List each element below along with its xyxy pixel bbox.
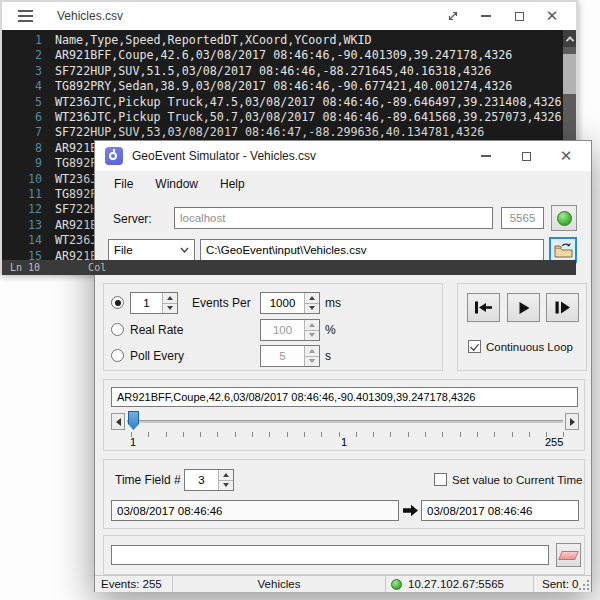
resize-grip[interactable]: [579, 580, 589, 590]
step-forward-button[interactable]: [546, 293, 579, 322]
spinner-up-icon: [305, 346, 319, 356]
current-event-group: AR921BFF,Coupe,42.6,03/08/2017 08:46:46,…: [103, 379, 585, 451]
continuous-loop-checkbox-row[interactable]: Continuous Loop: [468, 340, 573, 353]
spinner-down-icon[interactable]: [219, 480, 233, 491]
poll-every-label: Poll Every: [130, 349, 184, 363]
time-field-group: Time Field # 3 Set value to Current Time…: [103, 459, 585, 529]
close-icon[interactable]: ✕: [557, 147, 575, 165]
menu-window[interactable]: Window: [144, 173, 209, 195]
line-number: 7: [2, 125, 42, 140]
events-per-label: Events Per: [192, 296, 251, 310]
editor-titlebar: Vehicles.csv ✕: [2, 2, 576, 30]
spinner-buttons: [162, 293, 177, 313]
line-text: SF722HUP,SUV,53,03/08/2017 08:46:47,-88.…: [55, 125, 484, 140]
time-field-spinner[interactable]: 3: [184, 469, 234, 491]
arrow-right-icon: [570, 418, 575, 426]
csv-line: 4TG892PRY,Sedan,38.9,03/08/2017 08:46:46…: [2, 79, 576, 94]
slider-ticks: [131, 432, 564, 437]
event-slider-track[interactable]: [127, 420, 563, 423]
arrow-right-icon: [403, 504, 418, 517]
clear-button[interactable]: [556, 543, 581, 567]
spinner-down-icon[interactable]: [163, 303, 177, 314]
line-number: 14: [2, 233, 42, 248]
set-current-time-checkbox[interactable]: [434, 473, 447, 486]
spinner-down-icon: [305, 356, 319, 367]
minimize-icon[interactable]: [477, 147, 495, 165]
real-rate-label: Real Rate: [130, 323, 183, 337]
menubar: File Window Help: [95, 171, 591, 197]
spinner-buttons: [304, 293, 319, 313]
playback-group: Continuous Loop: [457, 283, 587, 371]
events-per-radio[interactable]: [111, 296, 124, 309]
scrollbar-thumb[interactable]: [563, 54, 576, 94]
spinner-up-icon[interactable]: [219, 470, 233, 480]
file-path-input[interactable]: C:\GeoEvent\input\Vehicles.csv: [200, 239, 544, 261]
connect-button[interactable]: [551, 205, 577, 231]
status-green-icon: [391, 579, 402, 590]
geoevent-app-icon: [105, 147, 123, 165]
play-button[interactable]: [507, 293, 540, 322]
line-number: 3: [2, 64, 42, 79]
event-slider-thumb[interactable]: [128, 411, 139, 430]
chevron-down-icon: [180, 247, 189, 253]
maximize-icon[interactable]: [517, 147, 535, 165]
sent-count-status: Sent: 0: [534, 576, 578, 592]
seconds-unit-label: s: [325, 349, 331, 363]
maximize-icon[interactable]: [509, 6, 529, 26]
source-type-value: File: [114, 244, 133, 256]
connection-green-icon: [557, 211, 572, 226]
expand-icon[interactable]: [443, 6, 463, 26]
simulator-window-controls: ✕: [477, 147, 591, 165]
ms-unit-label: ms: [325, 296, 341, 310]
slider-min-label: 1: [130, 436, 136, 448]
continuous-loop-label: Continuous Loop: [486, 341, 573, 353]
set-current-time-label: Set value to Current Time: [452, 474, 582, 486]
simulator-statusbar: Events: 255 Vehicles 10.27.102.67:5565 S…: [95, 575, 591, 592]
real-rate-radio[interactable]: [111, 323, 124, 336]
interval-spinner[interactable]: 1000: [260, 292, 320, 314]
slider-right-button[interactable]: [565, 413, 579, 430]
spinner-up-icon: [305, 320, 319, 330]
spinner-buttons: [304, 346, 319, 366]
line-number: 1: [2, 33, 42, 48]
line-number: 12: [2, 202, 42, 217]
time-from-field[interactable]: 03/08/2017 08:46:46: [111, 500, 399, 521]
spinner-up-icon[interactable]: [305, 293, 319, 303]
skip-to-start-button[interactable]: [467, 293, 500, 322]
step-forward-icon: [554, 301, 571, 314]
editor-window-controls: ✕: [443, 6, 576, 26]
set-current-time-checkbox-row[interactable]: Set value to Current Time: [434, 473, 582, 486]
minimize-icon[interactable]: [476, 6, 496, 26]
csv-line: 1Name,Type,Speed,ReportedDT,XCoord,YCoor…: [2, 33, 576, 48]
scroll-up-icon[interactable]: [563, 30, 576, 47]
poll-every-radio[interactable]: [111, 349, 124, 362]
percent-unit-label: %: [325, 323, 336, 337]
progress-field: [111, 545, 549, 565]
open-folder-icon: [554, 243, 573, 258]
continuous-loop-checkbox[interactable]: [468, 340, 481, 353]
editor-statusbar: Ln 10 Col: [2, 260, 576, 275]
close-icon[interactable]: ✕: [542, 6, 562, 26]
spinner-down-icon[interactable]: [305, 303, 319, 314]
menu-help[interactable]: Help: [209, 173, 256, 195]
line-number: 4: [2, 79, 42, 94]
hamburger-menu-icon[interactable]: [18, 10, 33, 22]
server-host-input[interactable]: localhost: [174, 207, 493, 229]
progress-group: [103, 535, 585, 575]
current-event-field[interactable]: AR921BFF,Coupe,42.6,03/08/2017 08:46:46,…: [111, 387, 578, 407]
slider-left-button[interactable]: [111, 413, 125, 430]
csv-line: 5WT236JTC,Pickup Truck,47.5,03/08/2017 0…: [2, 95, 576, 110]
line-number: 5: [2, 95, 42, 110]
spinner-value: 1: [131, 297, 162, 309]
server-port-input[interactable]: 5565: [501, 207, 544, 229]
menu-file[interactable]: File: [103, 173, 144, 195]
spinner-buttons: [218, 470, 233, 490]
geoevent-simulator-window: GeoEvent Simulator - Vehicles.csv ✕ File…: [94, 140, 592, 592]
line-number: 8: [2, 141, 42, 156]
spinner-up-icon[interactable]: [163, 293, 177, 303]
cursor-col-indicator: Col: [88, 260, 106, 275]
events-count-spinner[interactable]: 1: [130, 292, 178, 314]
source-type-select[interactable]: File: [108, 239, 195, 261]
time-to-field[interactable]: 03/08/2017 08:46:46: [421, 500, 579, 521]
real-rate-spinner: 100: [260, 319, 320, 341]
